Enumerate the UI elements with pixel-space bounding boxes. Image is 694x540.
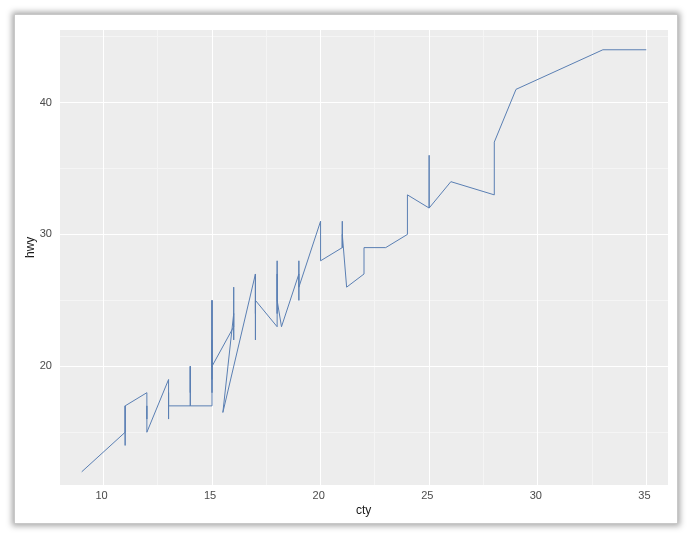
x-tick-label: 25 [421,489,433,501]
y-tick-label: 30 [40,227,52,239]
x-axis-label: cty [356,503,371,517]
y-tick-label: 20 [40,359,52,371]
x-tick-label: 10 [95,489,107,501]
y-axis-label: hwy [23,236,37,257]
chart-frame: 101520253035203040ctyhwy [14,14,678,524]
series-line [60,30,668,485]
x-tick-label: 35 [638,489,650,501]
x-tick-label: 30 [530,489,542,501]
plot-panel [60,30,668,485]
series-polyline [82,50,647,472]
y-tick-label: 40 [40,96,52,108]
x-tick-label: 20 [313,489,325,501]
x-tick-label: 15 [204,489,216,501]
